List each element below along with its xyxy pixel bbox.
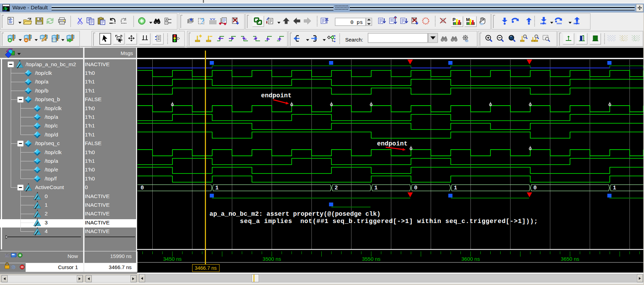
svg-text:ap_a_no_bc_m2: assert property: ap_a_no_bc_m2: assert property(@(posedge…: [209, 211, 381, 217]
svg-text:0: 0: [141, 185, 144, 191]
svg-text:3650 ns: 3650 ns: [561, 256, 579, 262]
svg-text:0: 0: [533, 185, 537, 191]
svg-text:3450 ns: 3450 ns: [163, 256, 181, 262]
svg-text:1: 1: [613, 185, 616, 191]
svg-text:3466.7 ns: 3466.7 ns: [195, 265, 217, 271]
svg-text:endpoint: endpoint: [377, 140, 408, 147]
svg-text:3550 ns: 3550 ns: [362, 256, 380, 262]
svg-text:3600 ns: 3600 ns: [462, 256, 480, 262]
svg-text:3500 ns: 3500 ns: [262, 256, 281, 262]
svg-text:seq_a implies not(##1 seq_b.t: seq_a implies not(##1 seq_b.triggered[->…: [240, 218, 538, 225]
svg-text:2: 2: [334, 185, 338, 191]
svg-text:1: 1: [215, 185, 219, 191]
svg-text:endpoint: endpoint: [261, 92, 292, 99]
svg-text:1: 1: [454, 185, 457, 191]
svg-text:0: 0: [414, 185, 418, 191]
svg-text:1: 1: [374, 185, 378, 191]
